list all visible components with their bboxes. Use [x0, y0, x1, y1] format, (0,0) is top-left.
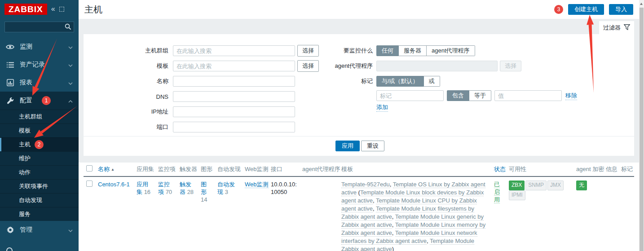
- filter-tab-label: 过滤器: [603, 24, 621, 32]
- sidebar-footer: [0, 245, 79, 251]
- row-checkbox[interactable]: [86, 181, 93, 187]
- sidebar-subitem-label: 主机: [19, 141, 31, 149]
- filter-tab[interactable]: 过滤器: [599, 21, 634, 34]
- tag-match-option[interactable]: 等于: [469, 90, 491, 101]
- sidebar-subitem-label: 关联项事件: [19, 182, 48, 190]
- sidebar-item-maintenance[interactable]: 维护: [0, 151, 79, 165]
- filter-row-3: 名称: [84, 75, 295, 87]
- vertical-scrollbar[interactable]: [639, 0, 644, 251]
- tag-name-input[interactable]: [376, 90, 444, 101]
- chevron-down-icon: [68, 79, 73, 86]
- template-link[interactable]: Template-9527edu: [341, 181, 390, 188]
- search-input[interactable]: [4, 22, 74, 32]
- fullscreen-icon[interactable]: [59, 7, 64, 12]
- sort-asc-icon: ▲: [111, 167, 115, 172]
- filter-footer-divider: [84, 136, 634, 137]
- tags-cell: [621, 177, 635, 184]
- host-name-link[interactable]: Centos7.6-1: [98, 181, 130, 188]
- filter-5-input[interactable]: [173, 106, 295, 117]
- count-cell: 图形 14: [201, 177, 217, 207]
- availability-badge-ipmi: IPMI: [509, 190, 525, 200]
- filter-row-tag: 包含等于 移除: [376, 90, 577, 101]
- monitored-by-option[interactable]: 服务器: [399, 45, 427, 56]
- count-cell: 应用集 16: [137, 177, 158, 199]
- scrollbar-thumb[interactable]: [640, 8, 644, 251]
- sidebar-subitem-label: 模板: [19, 127, 31, 135]
- create-host-button[interactable]: 创建主机: [568, 4, 604, 15]
- host-name-cell: Centos7.6-1: [98, 177, 137, 192]
- count-cell: 触发器 28: [180, 177, 201, 199]
- tag-remove-link[interactable]: 移除: [565, 92, 577, 100]
- count-value: 28: [187, 189, 194, 195]
- templates-cell: Template-9527edu, Template OS Linux by Z…: [341, 177, 494, 251]
- search-icon[interactable]: [65, 23, 71, 31]
- sidebar-item-reports[interactable]: 报表: [0, 74, 79, 92]
- sidebar-item-inventory[interactable]: 资产记录: [0, 56, 79, 74]
- filter-row-monitored-by: 要监控什么 任何服务器agent代理程序: [272, 45, 475, 57]
- tags-operator-option[interactable]: 与/或（默认）: [376, 76, 424, 87]
- collapse-sidebar-icon[interactable]: «: [51, 5, 55, 13]
- sidebar: ZABBIX « 监测资产记录报表配置1主机群组模板主机2维护动作关联项事件自动…: [0, 0, 79, 251]
- chart-icon: [6, 79, 14, 86]
- sidebar-item-discovery[interactable]: 自动发现: [0, 193, 79, 207]
- row-checkbox-cell: [84, 177, 98, 192]
- tags-operator-option[interactable]: 或: [424, 76, 440, 87]
- sidebar-item-host-groups[interactable]: 主机群组: [0, 110, 79, 123]
- filter-field-label: DNS: [84, 93, 168, 100]
- filter-6-input[interactable]: [173, 122, 295, 132]
- zabbix-logo[interactable]: ZABBIX: [4, 4, 47, 15]
- count-link[interactable]: 图形: [201, 181, 207, 195]
- filter-row-add-tag: 添加: [376, 101, 388, 113]
- scroll-up-icon[interactable]: [640, 3, 643, 5]
- column-header-14: 信息: [606, 163, 621, 176]
- tag-add-link[interactable]: 添加: [376, 103, 388, 112]
- filter-row-5: IP地址: [84, 106, 295, 118]
- sidebar-item-actions[interactable]: 动作: [0, 165, 79, 179]
- status-enabled-link[interactable]: 已启用: [494, 181, 500, 203]
- sidebar-subitem-label: 维护: [19, 154, 31, 163]
- table-header-row: 名称▲应用集监控项触发器图形自动发现Web监测接口agent代理程序模板状态可用…: [84, 163, 634, 177]
- tag-value-input[interactable]: [494, 90, 562, 101]
- sidebar-item-templates[interactable]: 模板: [0, 123, 79, 137]
- column-header-12: 可用性: [509, 163, 576, 176]
- table-row: Centos7.6-1应用集 16监控项 70触发器 28图形 14自动发现 3…: [84, 177, 634, 251]
- web-link[interactable]: Web监测: [245, 181, 269, 188]
- apply-button[interactable]: 应用: [335, 141, 360, 151]
- reset-button[interactable]: 重设: [361, 141, 384, 151]
- sort-column-link[interactable]: 状态: [494, 166, 506, 172]
- monitored-by-option[interactable]: agent代理程序: [427, 45, 475, 56]
- user-circle-icon[interactable]: [6, 247, 13, 251]
- proxy-select-button: 选择: [500, 61, 521, 71]
- sidebar-item-label: 监测: [20, 43, 32, 51]
- count-cell: 监控项 70: [158, 177, 180, 199]
- availability-badge-jmx: JMX: [547, 181, 564, 190]
- web-cell: Web监测: [245, 177, 271, 192]
- filter-field-label: 模板: [84, 62, 168, 70]
- column-header-9: agent代理程序: [302, 163, 341, 176]
- column-header-7: Web监测: [245, 163, 271, 176]
- monitored-by-option[interactable]: 任何: [376, 45, 399, 56]
- hosts-table: 名称▲应用集监控项触发器图形自动发现Web监测接口agent代理程序模板状态可用…: [84, 163, 634, 251]
- tag-match-option[interactable]: 包含: [447, 90, 469, 101]
- sidebar-item-event-correlation[interactable]: 关联项事件: [0, 179, 79, 193]
- sidebar-item-hosts[interactable]: 主机2: [0, 137, 79, 151]
- filter-panel: 主机群组选择模板选择名称DNSIP地址端口 要监控什么 任何服务器agent代理…: [84, 34, 634, 156]
- filter-4-input[interactable]: [173, 91, 295, 102]
- filter-field-label: 名称: [84, 77, 168, 85]
- sort-column-link[interactable]: 名称: [98, 166, 110, 172]
- sidebar-item-services[interactable]: 服务: [0, 207, 79, 221]
- eye-icon: [6, 44, 14, 50]
- sidebar-subitem-label: 服务: [19, 210, 31, 218]
- chevron-down-icon: [68, 43, 73, 50]
- page-title: 主机: [84, 4, 102, 16]
- column-header-2: 应用集: [137, 163, 158, 176]
- select-all-checkbox[interactable]: [86, 165, 93, 172]
- sidebar-item-monitoring[interactable]: 监测: [0, 38, 79, 56]
- annotation-badge-2: 2: [35, 140, 44, 149]
- monitored-by-label: 要监控什么: [272, 47, 373, 55]
- sidebar-item-configuration[interactable]: 配置1: [0, 92, 79, 110]
- import-button[interactable]: 导入: [609, 4, 633, 15]
- sidebar-item-administration[interactable]: 管理: [0, 221, 79, 239]
- filter-row-4: DNS: [84, 91, 295, 102]
- annotation-badge-1: 1: [42, 96, 51, 105]
